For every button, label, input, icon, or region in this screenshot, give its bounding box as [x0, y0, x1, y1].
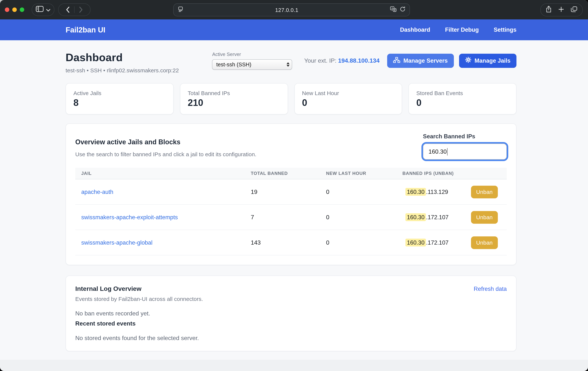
address-bar[interactable]: 127.0.0.1 A: [173, 3, 410, 16]
chevron-down-icon: [46, 6, 50, 13]
total-banned-value: 7: [251, 214, 326, 220]
ip-rest: .172.107: [426, 214, 449, 220]
stat-card-stored-ban-events: Stored Ban Events 0: [409, 83, 517, 114]
search-banned-ips-input[interactable]: 160.30: [423, 143, 507, 160]
tab-overview-icon[interactable]: [571, 6, 577, 14]
brand-title[interactable]: Fail2ban UI: [66, 26, 105, 34]
table-row: swissmakers-apache-exploit-attempts 7 0 …: [75, 205, 507, 230]
jail-link[interactable]: apache-auth: [81, 188, 251, 195]
new-last-hour-value: 0: [326, 188, 402, 195]
external-ip: Your ext. IP: 194.88.100.134: [304, 57, 380, 64]
stat-label: Active Jails: [74, 90, 166, 96]
overview-title: Overview active Jails and Blocks: [75, 138, 256, 146]
table-header-row: JAIL TOTAL BANNED NEW LAST HOUR BANNED I…: [75, 168, 507, 179]
recent-stored-events-heading: Recent stored events: [75, 320, 507, 327]
banned-ip: 160.30.113.129: [405, 188, 448, 195]
manage-servers-label: Manage Servers: [403, 57, 448, 64]
ip-rest: .172.107: [426, 239, 449, 246]
nav-link-filter-debug[interactable]: Filter Debug: [445, 26, 479, 33]
ip-rest: .113.129: [426, 188, 448, 195]
unban-button[interactable]: Unban: [471, 211, 498, 224]
page-format-icon[interactable]: [178, 6, 183, 13]
ip-highlight: 160.30: [405, 213, 426, 221]
col-header-banned-ips: BANNED IPS (UNBAN): [402, 171, 501, 176]
active-server-label: Active Server: [212, 52, 292, 57]
stat-value: 0: [302, 97, 394, 108]
manage-jails-button[interactable]: Manage Jails: [459, 54, 516, 68]
stat-card-active-jails: Active Jails 8: [66, 83, 174, 114]
back-button[interactable]: [63, 7, 72, 13]
external-ip-label: Your ext. IP:: [304, 57, 336, 64]
sidebar-toggle-button[interactable]: [32, 3, 54, 16]
minimize-window-button[interactable]: [12, 8, 17, 12]
search-banned-ips-label: Search Banned IPs: [423, 133, 507, 140]
url-text: 127.0.0.1: [183, 7, 390, 13]
external-ip-value[interactable]: 194.88.100.134: [338, 57, 379, 64]
stat-card-total-banned: Total Banned IPs 210: [180, 83, 288, 114]
nav-link-settings[interactable]: Settings: [494, 26, 516, 33]
zoom-window-button[interactable]: [20, 8, 24, 12]
browser-toolbar: 127.0.0.1 A: [0, 0, 588, 19]
window-bottom-gutter: [0, 360, 588, 371]
banned-ip: 160.30.172.107: [405, 239, 449, 246]
new-tab-icon[interactable]: [558, 7, 564, 13]
page-title: Dashboard: [66, 52, 179, 64]
stat-value: 8: [74, 97, 166, 108]
jails-table: JAIL TOTAL BANNED NEW LAST HOUR BANNED I…: [75, 168, 507, 255]
banned-ip: 160.30.172.107: [405, 214, 449, 220]
window-controls: [5, 8, 24, 12]
table-row: swissmakers-apache-global 143 0 160.30.1…: [75, 230, 507, 255]
stat-label: New Last Hour: [302, 90, 394, 96]
stat-value: 0: [416, 97, 509, 108]
col-header-jail: JAIL: [81, 171, 251, 176]
page-header: Dashboard test-ssh • SSH • rlinfp02.swis…: [66, 52, 516, 74]
manage-jails-label: Manage Jails: [474, 57, 511, 64]
stat-cards: Active Jails 8 Total Banned IPs 210 New …: [66, 83, 516, 114]
manage-servers-button[interactable]: Manage Servers: [387, 54, 454, 68]
reload-icon[interactable]: [400, 6, 405, 13]
svg-text:A: A: [391, 7, 393, 10]
sitemap-icon: [393, 57, 400, 64]
table-row: apache-auth 19 0 160.30.113.129 Unban: [75, 179, 507, 205]
no-stored-events-text: No stored events found for the selected …: [75, 335, 507, 341]
history-nav: [58, 3, 91, 16]
safari-window: 127.0.0.1 A: [0, 0, 588, 371]
toolbar-right-group: [540, 3, 583, 16]
stat-label: Total Banned IPs: [188, 90, 280, 96]
stat-value: 210: [188, 97, 280, 108]
refresh-data-link[interactable]: Refresh data: [474, 286, 507, 292]
active-server-select[interactable]: test-ssh (SSH): [212, 59, 292, 70]
ip-highlight: 160.30: [405, 239, 426, 246]
select-stepper-icon: [287, 62, 290, 67]
nav-divider: [74, 6, 74, 13]
share-icon[interactable]: [546, 6, 551, 14]
gear-icon: [465, 57, 471, 65]
jail-link[interactable]: swissmakers-apache-global: [81, 239, 251, 246]
total-banned-value: 19: [251, 188, 326, 195]
col-header-total-banned: TOTAL BANNED: [251, 171, 326, 176]
new-last-hour-value: 0: [326, 239, 402, 246]
col-header-new-last-hour: NEW LAST HOUR: [326, 171, 402, 176]
desktop: 127.0.0.1 A: [0, 0, 588, 371]
stat-label: Stored Ban Events: [416, 90, 509, 96]
sidebar-icon: [36, 6, 44, 13]
page-body: Dashboard test-ssh • SSH • rlinfp02.swis…: [0, 40, 588, 360]
app-navbar: Fail2ban UI Dashboard Filter Debug Setti…: [0, 19, 588, 40]
forward-button[interactable]: [76, 7, 85, 13]
text-caret: [447, 148, 448, 155]
unban-button[interactable]: Unban: [471, 186, 498, 198]
new-last-hour-value: 0: [326, 214, 402, 220]
jail-link[interactable]: swissmakers-apache-exploit-attempts: [81, 214, 251, 220]
unban-button[interactable]: Unban: [471, 236, 498, 249]
stat-card-new-last-hour: New Last Hour 0: [294, 83, 402, 114]
active-server-value: test-ssh (SSH): [216, 62, 287, 67]
page-subtitle: test-ssh • SSH • rlinfp02.swissmakers.co…: [66, 67, 179, 74]
no-ban-events-text: No ban events recorded yet.: [75, 310, 507, 317]
internal-log-card: Internal Log Overview Refresh data Event…: [66, 275, 516, 351]
translate-icon[interactable]: A: [390, 6, 397, 13]
log-title: Internal Log Overview: [75, 285, 141, 293]
log-subtitle: Events stored by Fail2ban-UI across all …: [75, 296, 507, 302]
jails-overview-card: Overview active Jails and Blocks Use the…: [66, 123, 516, 265]
nav-link-dashboard[interactable]: Dashboard: [400, 26, 430, 33]
close-window-button[interactable]: [5, 8, 9, 12]
